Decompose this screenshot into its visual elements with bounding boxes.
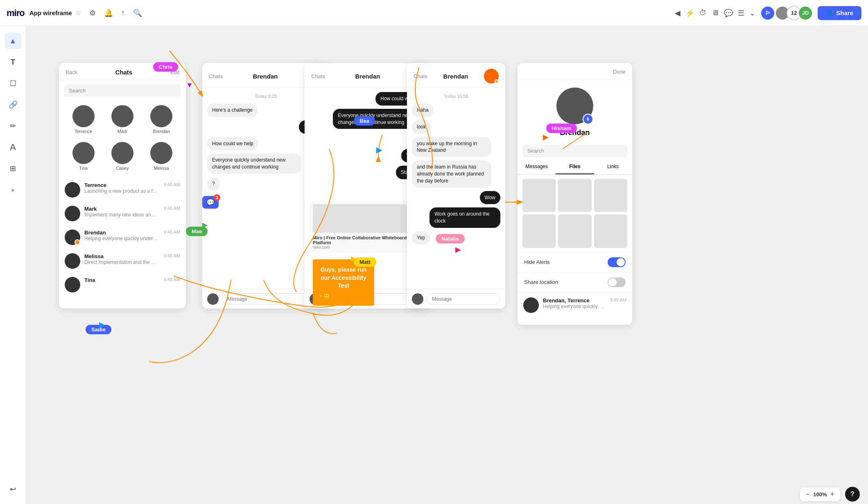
contact-name-tina: Tina [79,166,88,171]
frame4-title: Brendan [443,73,468,80]
topbar-right: ◀ ⚡ ⏱ 🖥 💬 ☰ ⌄ 🏳 12 JD 👤 Share [675,6,861,20]
contact-avatar-tina [72,142,95,164]
chat-content-brendan: Brendan Helping everyone quickly underst… [84,230,160,241]
zoom-out-button[interactable]: − [806,490,810,499]
tab-files[interactable]: Files [556,160,594,174]
frame4-msg-avatar [412,293,423,305]
topbar: miro App wireframe ☆ ⚙ 🔔 ↑ 🔍 ◀ ⚡ ⏱ 🖥 💬 ☰… [0,0,868,26]
pen-tool[interactable]: ✏ [5,118,21,134]
chat-avatar-terrence [65,182,80,198]
search-topbar-icon[interactable]: 🔍 [133,9,142,18]
screen-icon[interactable]: 🖥 [712,9,719,17]
chat-name-mark: Mark [84,206,160,212]
zoom-in-button[interactable]: + [830,490,834,499]
frame-profile: Done 6 Brendan Search Messages Files Lin… [518,63,632,325]
frame4-input-row [407,289,505,308]
contact-mark[interactable]: Mark [111,105,133,134]
chat-item-melissa[interactable]: Melissa Direct implementation and the de… [59,249,186,273]
done-label[interactable]: Done [613,69,626,75]
chat-item-mark[interactable]: Mark Implement many new ideas and sugges… [59,202,186,225]
cursor-matt: ▶ [351,254,357,263]
star-icon[interactable]: ☆ [75,9,81,17]
expand-tool[interactable]: » [5,182,21,198]
contact-name-casey: Casey [116,166,129,171]
settings-icon[interactable]: ⚙ [89,9,96,18]
file-thumb-2[interactable] [558,179,591,212]
chat-text-brendan: Helping everyone quickly understand new … [84,236,158,241]
chat-time-tina: 9:40 AM [164,277,180,282]
profile-recent-chat[interactable]: Brendan, Terrence Helping everyone quick… [518,292,632,317]
tab-messages[interactable]: Messages [518,160,556,174]
chat-item-terrence[interactable]: Terrence Launching a new product as a fu… [59,178,186,202]
file-thumb-1[interactable] [522,179,556,212]
chat-avatar-tina2 [65,277,80,292]
undo-tool[interactable]: ↩ [5,481,21,497]
frame-tool[interactable]: ⊞ [5,160,21,177]
help-button[interactable]: ? [845,487,860,502]
frame3-back[interactable]: Chats [311,73,325,79]
share-location-row: Share location [518,272,632,292]
chat-time-mark: 9:40 AM [164,206,180,211]
frame2-back[interactable]: Chats [209,73,223,79]
frame4-back[interactable]: Chats [414,73,427,79]
file-thumb-5[interactable] [558,214,591,248]
avatar-green: JD [798,6,813,20]
chat-text-mark: Implement many new ideas and suggestions… [84,212,158,218]
search-bar[interactable]: Search [64,84,181,97]
contact-name-terrence: Terrence [75,129,92,134]
chat-item-tina[interactable]: Tina 9:40 AM [59,273,186,297]
chevron-down-icon[interactable]: ⌄ [749,9,755,18]
timer-icon[interactable]: ⏱ [699,9,707,17]
contact-melissa[interactable]: Melissa [150,142,172,171]
share-location-toggle[interactable] [608,277,626,287]
prev-btn[interactable]: ◀ [675,9,680,18]
topbar-icons: ⚙ 🔔 ↑ 🔍 [89,9,142,18]
profile-recent-content: Brendan, Terrence Helping everyone quick… [543,297,606,309]
cursor-tool[interactable]: ▲ [5,33,21,49]
profile-header: 6 Brendan [518,79,632,142]
avatar-group: 🏳 12 JD [760,6,813,20]
frame3-title: Brendan [355,73,380,80]
frame5-header: Done [518,63,632,79]
contact-tina[interactable]: Tina [72,142,95,171]
text-tool[interactable]: T [5,54,21,70]
notifications-icon[interactable]: 🔔 [104,9,113,18]
chat-name-melissa: Melissa [84,253,160,259]
chat-list: Terrence Launching a new product as a fu… [59,175,186,300]
frame4-russia: and the team in Russia has already done … [412,160,491,187]
hide-alerts-toggle[interactable] [608,257,626,267]
tab-links[interactable]: Links [594,160,632,174]
chat-item-brendan[interactable]: Brendan Helping everyone quickly underst… [59,225,186,249]
share-button[interactable]: 👤 Share [818,6,861,20]
cursor-chris: ▼ [186,81,193,90]
avatar-1: 🏳 [760,6,775,20]
profile-search[interactable]: Search [522,144,627,157]
left-sidebar: ▲ T ☐ 🔗 ✏ A ⊞ » ↩ [0,26,26,504]
list-icon[interactable]: ☰ [738,9,744,18]
chat-avatar-melissa [65,253,80,269]
contact-casey[interactable]: Casey [111,142,133,171]
contact-terrence[interactable]: Terrence [72,105,95,134]
frame4-haha: Haha [412,104,434,117]
frame4-clock: Work goes on around the clock [429,207,500,228]
chat-icon-badge[interactable]: 💬 3 [202,196,219,209]
msg-everyone: Everyone quickly understand new changes … [207,153,301,174]
user-label-natalie: Natalie [436,234,465,243]
back-label[interactable]: Back [66,69,77,75]
profile-recent-avatar [523,297,539,313]
file-thumb-4[interactable] [522,214,556,248]
connector-tool[interactable]: 🔗 [5,97,21,113]
frame-chats-list: Back Chats Edit Search Terrence Mark Bre… [59,63,186,308]
user-label-chris: Chris [153,62,178,72]
frame4-message-input[interactable] [427,293,500,305]
file-thumb-6[interactable] [594,214,627,248]
upload-icon[interactable]: ↑ [121,9,125,17]
chat-name-tina: Tina [84,277,160,283]
lightning-icon[interactable]: ⚡ [685,9,694,18]
text2-tool[interactable]: A [5,139,21,155]
sticky-tool[interactable]: ☐ [5,75,21,92]
chat-content-mark: Mark Implement many new ideas and sugges… [84,206,160,218]
comment-icon[interactable]: 💬 [724,9,733,18]
file-thumb-3[interactable] [594,179,627,212]
contact-brendan[interactable]: Brendan [150,105,172,134]
